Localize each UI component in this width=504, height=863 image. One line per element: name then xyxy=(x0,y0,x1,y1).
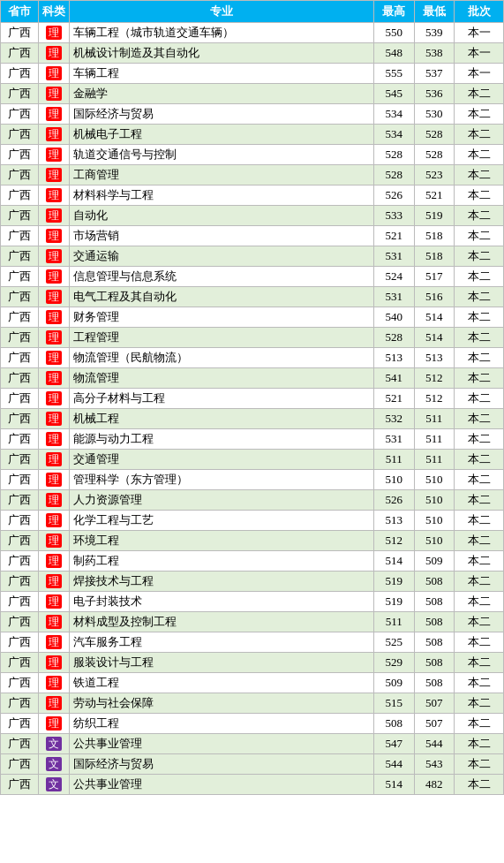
table-row: 广西理财务管理540514本二 xyxy=(1,307,504,328)
cell-low: 482 xyxy=(414,775,455,795)
cell-province: 广西 xyxy=(1,612,39,632)
cell-type: 理 xyxy=(38,43,69,64)
cell-type: 理 xyxy=(38,693,69,714)
cell-type: 理 xyxy=(38,226,69,246)
header-province: 省市 xyxy=(1,1,39,23)
cell-high: 532 xyxy=(373,409,414,429)
cell-high: 526 xyxy=(373,490,414,511)
cell-province: 广西 xyxy=(1,511,39,531)
cell-low: 539 xyxy=(414,23,455,43)
cell-major: 自动化 xyxy=(70,206,374,226)
cell-province: 广西 xyxy=(1,592,39,612)
table-row: 广西理物流管理（民航物流）513513本二 xyxy=(1,348,504,368)
cell-major: 能源与动力工程 xyxy=(70,429,374,450)
cell-major: 工程管理 xyxy=(70,328,374,348)
cell-batch: 本二 xyxy=(455,368,504,389)
cell-type: 理 xyxy=(38,470,69,490)
table-row: 广西理机械电子工程534528本二 xyxy=(1,125,504,145)
cell-major: 公共事业管理 xyxy=(70,775,374,795)
cell-province: 广西 xyxy=(1,246,39,267)
cell-high: 521 xyxy=(373,389,414,409)
table-row: 广西理化学工程与工艺513510本二 xyxy=(1,511,504,531)
cell-low: 511 xyxy=(414,450,455,470)
cell-type: 理 xyxy=(38,328,69,348)
cell-major: 物流管理（民航物流） xyxy=(70,348,374,368)
cell-low: 528 xyxy=(414,125,455,145)
cell-low: 508 xyxy=(414,632,455,653)
header-type: 科类 xyxy=(38,1,69,23)
table-row: 广西理金融学545536本二 xyxy=(1,84,504,104)
cell-low: 508 xyxy=(414,592,455,612)
cell-high: 515 xyxy=(373,693,414,714)
cell-batch: 本二 xyxy=(455,592,504,612)
cell-batch: 本二 xyxy=(455,450,504,470)
cell-high: 519 xyxy=(373,572,414,592)
cell-province: 广西 xyxy=(1,84,39,104)
cell-type: 文 xyxy=(38,754,69,775)
cell-batch: 本二 xyxy=(455,246,504,267)
cell-batch: 本二 xyxy=(455,145,504,165)
cell-high: 540 xyxy=(373,307,414,328)
cell-high: 534 xyxy=(373,104,414,125)
cell-batch: 本二 xyxy=(455,572,504,592)
cell-province: 广西 xyxy=(1,368,39,389)
table-row: 广西理交通管理511511本二 xyxy=(1,450,504,470)
cell-batch: 本二 xyxy=(455,612,504,632)
cell-province: 广西 xyxy=(1,429,39,450)
cell-high: 528 xyxy=(373,145,414,165)
table-row: 广西理电气工程及其自动化531516本二 xyxy=(1,287,504,307)
table-row: 广西文公共事业管理514482本二 xyxy=(1,775,504,795)
cell-high: 531 xyxy=(373,246,414,267)
cell-type: 理 xyxy=(38,612,69,632)
cell-batch: 本二 xyxy=(455,429,504,450)
cell-low: 544 xyxy=(414,734,455,754)
cell-major: 机械设计制造及其自动化 xyxy=(70,43,374,64)
cell-high: 526 xyxy=(373,185,414,206)
table-row: 广西理纺织工程508507本二 xyxy=(1,714,504,734)
table-row: 广西文公共事业管理547544本二 xyxy=(1,734,504,754)
cell-low: 508 xyxy=(414,612,455,632)
cell-province: 广西 xyxy=(1,145,39,165)
cell-major: 服装设计与工程 xyxy=(70,653,374,673)
cell-province: 广西 xyxy=(1,389,39,409)
cell-major: 劳动与社会保障 xyxy=(70,693,374,714)
cell-type: 理 xyxy=(38,185,69,206)
cell-major: 信息管理与信息系统 xyxy=(70,267,374,287)
cell-major: 环境工程 xyxy=(70,531,374,551)
cell-low: 507 xyxy=(414,714,455,734)
cell-high: 521 xyxy=(373,226,414,246)
cell-high: 548 xyxy=(373,43,414,64)
cell-batch: 本二 xyxy=(455,389,504,409)
cell-low: 530 xyxy=(414,104,455,125)
cell-batch: 本二 xyxy=(455,551,504,572)
cell-province: 广西 xyxy=(1,23,39,43)
table-row: 广西理物流管理541512本二 xyxy=(1,368,504,389)
cell-type: 理 xyxy=(38,145,69,165)
cell-low: 518 xyxy=(414,246,455,267)
cell-low: 543 xyxy=(414,754,455,775)
cell-low: 508 xyxy=(414,673,455,693)
cell-major: 材料成型及控制工程 xyxy=(70,612,374,632)
cell-low: 512 xyxy=(414,368,455,389)
cell-province: 广西 xyxy=(1,287,39,307)
cell-high: 528 xyxy=(373,165,414,185)
cell-province: 广西 xyxy=(1,714,39,734)
cell-type: 理 xyxy=(38,551,69,572)
cell-low: 538 xyxy=(414,43,455,64)
cell-high: 533 xyxy=(373,206,414,226)
cell-high: 524 xyxy=(373,267,414,287)
cell-major: 管理科学（东方管理） xyxy=(70,470,374,490)
cell-batch: 本二 xyxy=(455,754,504,775)
cell-high: 511 xyxy=(373,612,414,632)
cell-major: 铁道工程 xyxy=(70,673,374,693)
cell-province: 广西 xyxy=(1,551,39,572)
cell-major: 财务管理 xyxy=(70,307,374,328)
cell-major: 轨道交通信号与控制 xyxy=(70,145,374,165)
cell-province: 广西 xyxy=(1,43,39,64)
cell-batch: 本二 xyxy=(455,267,504,287)
cell-high: 545 xyxy=(373,84,414,104)
table-row: 广西理机械设计制造及其自动化548538本一 xyxy=(1,43,504,64)
cell-batch: 本二 xyxy=(455,409,504,429)
table-row: 广西理信息管理与信息系统524517本二 xyxy=(1,267,504,287)
cell-low: 508 xyxy=(414,572,455,592)
